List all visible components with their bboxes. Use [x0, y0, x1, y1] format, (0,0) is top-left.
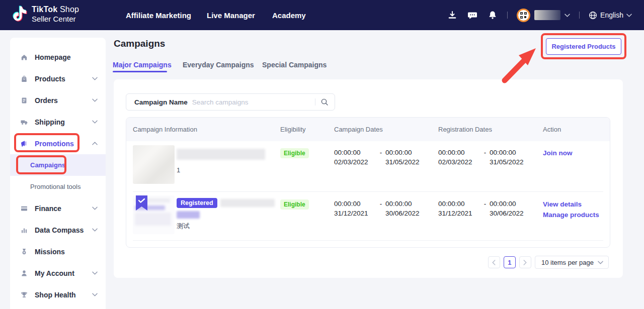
search-input[interactable]	[192, 98, 312, 106]
campaign-search[interactable]: Campaign Name	[126, 93, 335, 111]
view-details-link[interactable]: View details	[543, 199, 599, 210]
sidebar-item-products[interactable]: Products	[10, 68, 106, 89]
brand-shop: Shop	[60, 5, 79, 14]
megaphone-icon	[20, 140, 28, 148]
items-per-page-select[interactable]: 10 items per page	[535, 256, 609, 269]
col-registration-dates: Registration Dates	[438, 126, 492, 133]
campaigns-card: Campaign Name Campaign Information Eligi…	[114, 79, 623, 278]
sidebar: Homepage Products Orders Shipping Promot…	[10, 38, 106, 309]
sidebar-item-missions[interactable]: Missions	[10, 241, 106, 262]
tab-major-campaigns[interactable]: Major Campaigns	[113, 61, 172, 69]
topbar: TikTok Shop Seller Center Affiliate Mark…	[0, 0, 644, 30]
sidebar-item-data-compass[interactable]: Data Compass	[10, 219, 106, 241]
chevron-up-icon	[92, 142, 98, 145]
table-row: Eligible Registered 测试 00:00:0031/12/202…	[126, 191, 610, 247]
campaigns-table: Campaign Information Eligibility Campaig…	[126, 117, 610, 248]
registered-products-button[interactable]: Registered Products	[546, 38, 621, 55]
active-tab-underline	[113, 71, 167, 72]
prev-page-button[interactable]	[488, 256, 500, 268]
campaign-name-redacted	[220, 199, 275, 207]
account-menu[interactable]	[517, 9, 570, 22]
sidebar-subitem-promotional-tools[interactable]: Promotional tools	[10, 176, 106, 197]
download-icon[interactable]	[447, 10, 458, 21]
search-icon[interactable]	[320, 98, 329, 106]
bell-icon[interactable]	[487, 10, 498, 21]
col-action: Action	[543, 126, 561, 133]
col-campaign-information: Campaign Information	[133, 126, 197, 133]
nav-live-manager[interactable]: Live Manager	[207, 0, 255, 30]
chevron-left-icon	[492, 260, 496, 265]
brand-tiktok: TikTok	[32, 5, 57, 14]
person-icon	[20, 269, 28, 277]
chat-icon[interactable]	[467, 10, 478, 21]
sidebar-item-my-account[interactable]: My Account	[10, 262, 106, 284]
registration-dates: 00:00:0002/03/2022 - 00:00:0031/05/2022	[438, 148, 535, 167]
pagination: 1 10 items per page	[488, 256, 609, 269]
tiktok-note-icon	[12, 5, 27, 24]
next-page-button[interactable]	[519, 256, 531, 268]
nav-academy[interactable]: Academy	[272, 0, 306, 30]
brand-logo[interactable]: TikTok Shop Seller Center	[12, 5, 79, 24]
bag-icon	[20, 75, 28, 83]
bar-chart-icon	[20, 226, 28, 234]
campaign-thumbnail-redacted	[133, 195, 175, 234]
col-eligibility: Eligibility	[280, 126, 306, 133]
sidebar-item-homepage[interactable]: Homepage	[10, 46, 106, 68]
language-selector[interactable]: English	[589, 11, 632, 20]
campaign-name-caption: 测试	[177, 222, 275, 231]
home-icon	[20, 53, 28, 61]
app: TikTok Shop Seller Center Affiliate Mark…	[0, 0, 644, 309]
document-icon	[20, 96, 28, 105]
search-field-label: Campaign Name	[134, 98, 188, 106]
brand-seller-center: Seller Center	[32, 15, 79, 23]
sidebar-item-shipping[interactable]: Shipping	[10, 111, 106, 133]
divider	[507, 12, 508, 19]
globe-icon	[589, 11, 597, 20]
table-header: Campaign Information Eligibility Campaig…	[126, 118, 610, 141]
campaign-subtitle-redacted	[177, 211, 200, 219]
sidebar-subitem-campaigns[interactable]: Campaigns	[10, 154, 106, 176]
nav-affiliate-marketing[interactable]: Affiliate Marketing	[126, 0, 191, 30]
table-row: Eligible 1 00:00:0002/03/2022 - 00:00:00…	[126, 141, 610, 191]
credit-card-icon	[20, 204, 28, 213]
tab-special-campaigns[interactable]: Special Campaigns	[262, 61, 327, 69]
avatar[interactable]	[517, 9, 530, 22]
eligibility-badge: Eligible	[280, 199, 309, 210]
chevron-down-icon	[92, 207, 98, 210]
campaign-thumbnail-redacted	[133, 145, 175, 184]
trophy-icon	[20, 291, 28, 299]
sidebar-item-finance[interactable]: Finance	[10, 197, 106, 219]
language-label: English	[600, 11, 623, 19]
account-name-redacted	[534, 10, 560, 20]
truck-icon	[20, 118, 28, 126]
tab-everyday-campaigns[interactable]: Everyday Campaigns	[183, 61, 254, 69]
campaign-name-redacted	[177, 149, 265, 160]
join-now-link[interactable]: Join now	[543, 148, 573, 158]
medal-icon	[20, 248, 28, 256]
chevron-down-icon	[92, 77, 98, 80]
col-campaign-dates: Campaign Dates	[334, 126, 383, 133]
registered-badge: Registered	[177, 198, 217, 208]
chevron-down-icon	[92, 228, 98, 232]
chevron-down-icon	[92, 271, 98, 275]
divider	[579, 12, 580, 19]
manage-products-link[interactable]: Manage products	[543, 210, 599, 220]
page-number-button[interactable]: 1	[504, 256, 516, 268]
chevron-down-icon	[92, 120, 98, 124]
divider	[315, 98, 315, 106]
eligibility-badge: Eligible	[280, 148, 309, 158]
annotation-arrow	[501, 45, 542, 84]
chevron-right-icon	[523, 260, 527, 265]
chevron-down-icon	[626, 14, 632, 17]
registration-dates: 00:00:0031/12/2021 - 00:00:0030/06/2022	[438, 199, 535, 218]
sidebar-item-shop-health[interactable]: Shop Health	[10, 284, 106, 305]
row-divider	[133, 240, 603, 241]
chevron-down-icon	[92, 98, 98, 102]
sidebar-item-orders[interactable]: Orders	[10, 89, 106, 111]
chevron-down-icon	[92, 293, 98, 296]
sidebar-item-promotions[interactable]: Promotions	[10, 133, 106, 154]
campaign-dates: 00:00:0002/03/2022 - 00:00:0031/05/2022	[334, 148, 431, 167]
brand-text: TikTok Shop Seller Center	[32, 5, 79, 23]
topbar-actions: English	[447, 0, 632, 30]
campaign-dates: 00:00:0031/12/2021 - 00:00:0030/06/2022	[334, 199, 431, 218]
